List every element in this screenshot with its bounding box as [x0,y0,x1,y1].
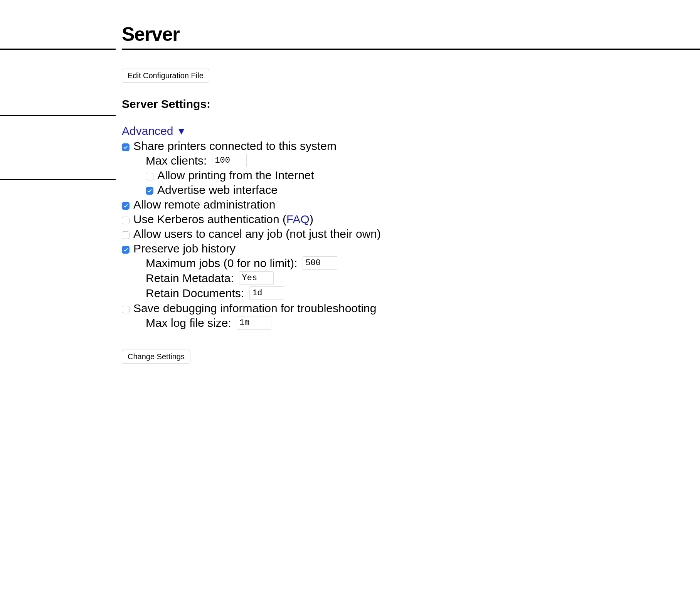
max-log-input[interactable] [237,316,271,330]
check-icon [123,247,128,252]
max-clients-label: Max clients: [146,153,207,168]
retain-metadata-input[interactable] [239,271,274,285]
page-title: Server [122,23,700,45]
retain-metadata-label: Retain Metadata: [146,271,234,286]
check-icon [147,188,152,193]
kerberos-checkbox[interactable] [122,217,130,224]
server-settings-heading: Server Settings: [122,98,700,111]
sidebar-divider-2 [0,115,116,116]
preserve-history-checkbox[interactable] [122,246,130,254]
max-jobs-label: Maximum jobs (0 for no limit): [146,256,297,271]
advertise-web-checkbox[interactable] [146,187,153,195]
sidebar-divider-3 [0,179,116,180]
check-icon [123,203,128,209]
faq-link[interactable]: FAQ [286,213,310,225]
sidebar-divider-1 [0,49,116,50]
debug-checkbox[interactable] [122,306,130,313]
allow-remote-admin-label: Allow remote administration [133,198,275,212]
cancel-any-job-label: Allow users to cancel any job (not just … [133,227,381,241]
max-jobs-input[interactable] [303,256,337,270]
allow-remote-admin-checkbox[interactable] [122,202,130,210]
edit-configuration-file-button[interactable]: Edit Configuration File [122,69,209,83]
cancel-any-job-checkbox[interactable] [122,231,130,239]
advanced-toggle[interactable]: Advanced ▼ [122,124,187,138]
chevron-down-icon: ▼ [177,125,187,137]
share-printers-checkbox[interactable] [122,143,130,151]
advertise-web-label: Advertise web interface [157,183,278,197]
max-clients-input[interactable] [212,154,247,167]
retain-documents-label: Retain Documents: [146,286,244,301]
preserve-history-label: Preserve job history [133,242,236,256]
change-settings-button[interactable]: Change Settings [122,350,190,364]
allow-internet-label: Allow printing from the Internet [157,168,314,183]
check-icon [123,145,128,150]
kerberos-label: Use Kerberos authentication (FAQ) [133,212,313,226]
share-printers-label: Share printers connected to this system [133,139,337,153]
max-log-label: Max log file size: [146,315,231,330]
debug-label: Save debugging information for troublesh… [133,301,376,315]
allow-internet-checkbox[interactable] [146,173,153,180]
advanced-label: Advanced [122,124,173,137]
retain-documents-input[interactable] [249,286,284,300]
